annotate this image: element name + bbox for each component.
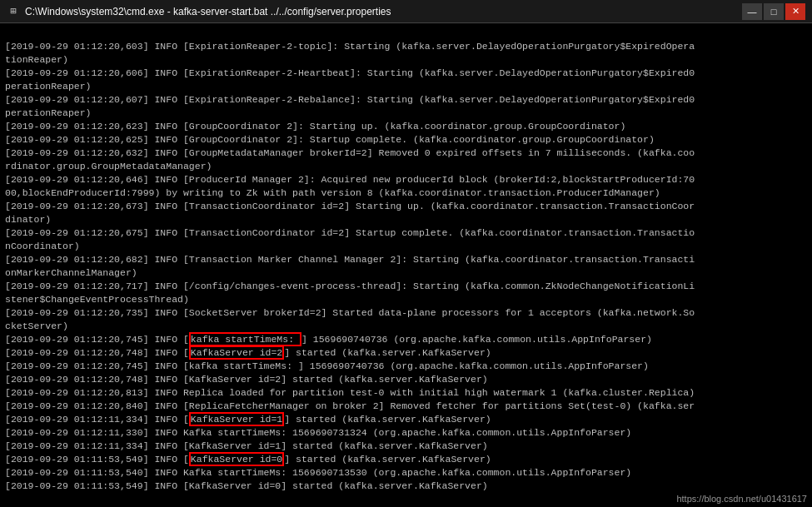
console-line: [2019-09-29 01:12:20,735] INFO [SocketSe… (5, 306, 807, 320)
console-line: [2019-09-29 01:12:20,682] INFO [Transact… (5, 253, 807, 266)
console-line: [2019-09-29 01:12:20,603] INFO [Expirati… (5, 40, 807, 53)
console-line: [2019-09-29 01:12:20,673] INFO [Transact… (5, 200, 807, 213)
console-line: stener$ChangeEventProcessThread) (5, 293, 807, 306)
console-line: perationReaper) (5, 107, 807, 120)
console-line: cketServer) (5, 320, 807, 333)
console-line: [2019-09-29 01:12:11,334] INFO [KafkaSer… (5, 413, 807, 426)
console-line: [2019-09-29 01:12:20,646] INFO [Producer… (5, 173, 807, 186)
console-line: [2019-09-29 01:12:20,606] INFO [Expirati… (5, 67, 807, 80)
console-line: [2019-09-29 01:12:20,745] INFO [kafka st… (5, 333, 807, 346)
console-line: [2019-09-29 01:12:20,607] INFO [Expirati… (5, 93, 807, 107)
console-line: perationReaper) (5, 80, 807, 93)
console-line: [2019-09-29 01:12:20,748] INFO [KafkaSer… (5, 346, 807, 360)
maximize-button[interactable]: □ (764, 3, 784, 20)
console-line: nCoordinator) (5, 240, 807, 253)
console-line: [2019-09-29 01:12:20,625] INFO [GroupCoo… (5, 133, 807, 147)
console-line: dinator) (5, 213, 807, 226)
cmd-icon: ⊞ (7, 5, 20, 18)
console-output: [2019-09-29 01:12:20,603] INFO [Expirati… (0, 23, 812, 507)
console-line: rdinator.group.GroupMetadataManager) (5, 160, 807, 173)
title-text: C:\Windows\system32\cmd.exe - kafka-serv… (25, 6, 742, 17)
console-line: [2019-09-29 01:12:20,717] INFO [/config/… (5, 280, 807, 293)
title-bar: ⊞ C:\Windows\system32\cmd.exe - kafka-se… (0, 0, 812, 23)
console-line: [2019-09-29 01:12:20,675] INFO [Transact… (5, 226, 807, 240)
console-line: [2019-09-29 01:11:53,549] INFO [KafkaSer… (5, 453, 807, 466)
watermark: https://blog.csdn.net/u01431617 (676, 494, 807, 504)
close-button[interactable]: ✕ (785, 3, 805, 20)
console-line: [2019-09-29 01:11:53,549] INFO [KafkaSer… (5, 480, 807, 493)
console-line: [2019-09-29 01:12:20,745] INFO [kafka st… (5, 360, 807, 373)
console-line: [2019-09-29 01:12:20,840] INFO [ReplicaF… (5, 400, 807, 413)
console-line: [2019-09-29 01:12:20,813] INFO Replica l… (5, 386, 807, 400)
minimize-button[interactable]: — (742, 3, 762, 20)
console-line: [2019-09-29 01:12:20,632] INFO [GroupMet… (5, 147, 807, 160)
window-controls[interactable]: — □ ✕ (742, 3, 805, 20)
console-line: [2019-09-29 01:12:20,623] INFO [GroupCoo… (5, 120, 807, 133)
console-line: [2019-09-29 01:11:53,540] INFO Kafka sta… (5, 466, 807, 480)
console-line: [2019-09-29 01:12:20,748] INFO [KafkaSer… (5, 373, 807, 386)
console-line: [2019-09-29 01:12:11,334] INFO [KafkaSer… (5, 440, 807, 453)
console-line: onMarkerChannelManager) (5, 266, 807, 280)
console-line: 00,blockEndProducerId:7999) by writing t… (5, 186, 807, 200)
console-line: tionReaper) (5, 53, 807, 67)
console-line: [2019-09-29 01:12:11,330] INFO Kafka sta… (5, 426, 807, 440)
